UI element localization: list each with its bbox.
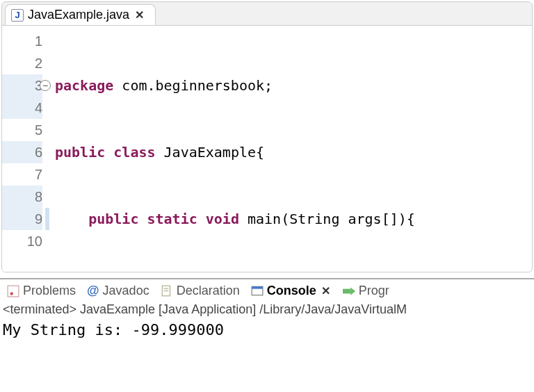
console-icon: [251, 285, 264, 297]
tab-bar: J JavaExample.java ✕: [2, 2, 532, 26]
line-number: 4: [35, 100, 42, 115]
code-line: public class JavaExample{: [55, 141, 532, 163]
close-icon[interactable]: ✕: [320, 284, 332, 297]
svg-rect-4: [163, 290, 168, 291]
bottom-panel: Problems @ Javadoc Declaration Console ✕…: [0, 278, 534, 389]
svg-rect-6: [252, 286, 263, 288]
declaration-icon: [161, 285, 173, 297]
code-line: package com.beginnersbook;: [55, 74, 532, 97]
bottom-tab-bar: Problems @ Javadoc Declaration Console ✕…: [0, 279, 534, 301]
fold-collapse-icon[interactable]: −: [40, 80, 51, 91]
progress-icon: [343, 285, 355, 297]
line-number: 10: [27, 234, 42, 249]
tab-console[interactable]: Console ✕: [251, 284, 332, 298]
code-body[interactable]: package com.beginnersbook; public class …: [45, 26, 532, 272]
code-area[interactable]: 1 2 3− 4 5 6 7 8 9 10 package com.beginn…: [2, 26, 532, 272]
line-number: 8: [35, 189, 42, 204]
tab-progress[interactable]: Progr: [343, 284, 389, 298]
line-number: 2: [35, 56, 42, 71]
file-tab[interactable]: J JavaExample.java ✕: [5, 4, 156, 25]
tab-filename: JavaExample.java: [28, 8, 129, 22]
code-line: public static void main(String args[]){: [55, 208, 532, 230]
tab-declaration[interactable]: Declaration: [161, 284, 240, 298]
line-number: 5: [35, 122, 42, 138]
svg-rect-0: [8, 286, 19, 297]
javadoc-at-icon: @: [87, 284, 99, 298]
close-icon[interactable]: ✕: [134, 8, 145, 22]
console-status: <terminated> JavaExample [Java Applicati…: [0, 301, 534, 317]
svg-rect-7: [343, 288, 350, 293]
problems-icon: [7, 285, 19, 297]
line-gutter: 1 2 3− 4 5 6 7 8 9 10: [2, 26, 45, 272]
editor-panel: J JavaExample.java ✕ 1 2 3− 4 5 6 7 8 9 …: [1, 1, 533, 272]
svg-rect-3: [163, 288, 168, 288]
tab-problems[interactable]: Problems: [7, 284, 76, 298]
console-output: My String is: -99.999000: [0, 317, 534, 343]
svg-marker-8: [350, 287, 355, 295]
java-file-icon: J: [11, 9, 24, 22]
line-number: 6: [35, 145, 42, 160]
line-number: 7: [35, 167, 42, 182]
line-number: 9: [35, 211, 42, 227]
line-number: 1: [35, 33, 42, 49]
tab-javadoc[interactable]: @ Javadoc: [87, 284, 149, 298]
svg-point-1: [10, 292, 14, 295]
